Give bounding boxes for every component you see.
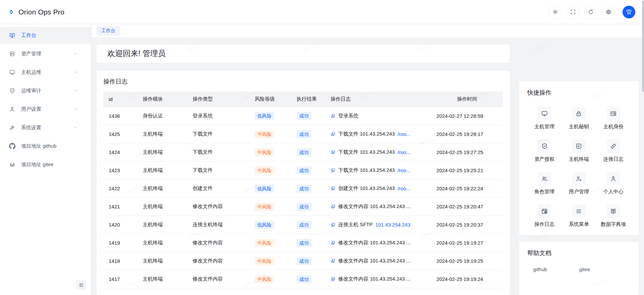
copy-icon[interactable] xyxy=(331,168,336,173)
table-row: 1417主机终端修改文件内容中风险成功修改文件内容 101.43.254.243… xyxy=(103,270,503,288)
help-docs-panel: 帮助文档 githubgitee xyxy=(519,242,639,295)
quick-action-host-terminal[interactable]: 主机终端 xyxy=(562,139,596,162)
scrollbar[interactable] xyxy=(642,0,644,295)
quick-action-connect-log[interactable]: 连接日志 xyxy=(596,139,631,162)
log-link[interactable]: /roo... xyxy=(397,167,410,173)
quick-action-operation-log[interactable]: 操作日志 xyxy=(527,204,562,228)
table-row: 1425主机终端下载文件中风险成功下载文件 101.43.254.243 /ro… xyxy=(103,125,503,143)
operation-log-table: id操作模块操作类型风险等级执行结果操作日志操作时间 1436身份认证登录系统低… xyxy=(103,92,503,289)
table-row: 1418主机终端修改文件内容中风险成功修改文件内容 101.43.254.243… xyxy=(103,252,503,270)
fullscreen-button[interactable] xyxy=(566,6,579,18)
quick-action-host-identity[interactable]: 主机身份 xyxy=(596,107,631,130)
breadcrumb-item[interactable]: 工作台 xyxy=(97,26,120,36)
quick-action-data-dict[interactable]: 数据字典项 xyxy=(596,204,631,228)
cell-id: 1423 xyxy=(109,167,120,173)
quick-actions-title: 快捷操作 xyxy=(527,89,631,97)
result-badge: 成功 xyxy=(297,203,311,211)
copy-icon[interactable] xyxy=(331,132,336,137)
cell-time: 2024-02-25 19:19:27 xyxy=(437,240,483,246)
risk-badge: 中风险 xyxy=(255,166,274,175)
table-row: 1424主机终端下载文件中风险成功下载文件 101.43.254.243 /ro… xyxy=(103,143,503,161)
header-actions xyxy=(549,6,617,18)
sidebar-item-gitee[interactable]: 项目地址 gitee xyxy=(0,156,91,173)
log-text: 连接主机 SFTP xyxy=(338,222,373,228)
log-text: 修改文件内容 101.43.254.243 ... xyxy=(338,258,410,264)
sidebar-item-host-ops[interactable]: 主机运维 xyxy=(0,64,91,81)
sidebar-item-workbench[interactable]: 工作台 xyxy=(0,27,91,44)
book-icon xyxy=(610,208,617,215)
breadcrumb: 工作台 xyxy=(91,24,644,38)
cell-time: 2024-02-25 19:20:37 xyxy=(437,222,483,228)
copy-icon[interactable] xyxy=(331,186,336,191)
log-link[interactable]: /roo... xyxy=(397,186,410,191)
help-link-github[interactable]: github xyxy=(533,266,547,272)
result-badge: 成功 xyxy=(297,112,311,120)
code-icon-box xyxy=(572,139,586,153)
result-badge: 成功 xyxy=(297,148,311,156)
operation-log-title: 操作日志 xyxy=(103,78,503,86)
user-plus-icon xyxy=(575,175,582,182)
quick-action-system-menu[interactable]: 系统菜单 xyxy=(562,204,596,228)
log-link[interactable]: /roo... xyxy=(397,149,410,155)
cell-id: 1421 xyxy=(109,204,120,209)
lock-icon-box xyxy=(572,107,586,120)
risk-badge: 低风险 xyxy=(255,112,274,120)
copy-icon[interactable] xyxy=(331,258,336,263)
quick-action-label: 用户管理 xyxy=(569,189,589,195)
sidebar-item-system-settings[interactable]: 系统设置 xyxy=(0,119,91,136)
help-link-gitee[interactable]: gitee xyxy=(579,266,590,272)
quick-action-host-manage[interactable]: 主机管理 xyxy=(527,107,562,130)
cell-type: 修改文件内容 xyxy=(193,276,223,282)
copy-icon[interactable] xyxy=(331,204,336,209)
column-header: 操作模块 xyxy=(137,92,187,107)
copy-icon[interactable] xyxy=(331,277,336,282)
copy-icon[interactable] xyxy=(331,240,336,245)
theme-button[interactable] xyxy=(549,6,561,18)
log-link[interactable]: /roo... xyxy=(397,131,410,137)
user-plus-icon-box xyxy=(572,172,586,185)
settings-button[interactable] xyxy=(602,6,615,18)
copy-icon[interactable] xyxy=(331,222,336,227)
copy-icon[interactable] xyxy=(331,150,336,155)
refresh-button[interactable] xyxy=(584,6,597,18)
quick-action-label: 系统菜单 xyxy=(569,221,589,228)
scrollbar-thumb[interactable] xyxy=(642,1,644,92)
sidebar-collapse-button[interactable] xyxy=(76,280,86,290)
quick-action-label: 主机管理 xyxy=(534,124,554,130)
copy-icon[interactable] xyxy=(331,113,336,118)
cell-time: 2024-02-25 19:19:25 xyxy=(437,258,483,264)
avatar[interactable]: 管 xyxy=(623,6,635,18)
user-icon-box xyxy=(607,172,620,185)
cell-id: 1436 xyxy=(109,113,120,119)
sidebar-item-user-settings[interactable]: 用户设置 xyxy=(0,101,91,117)
risk-badge: 中风险 xyxy=(255,130,274,138)
cell-id: 1418 xyxy=(109,258,120,264)
quick-action-user-manage[interactable]: 用户管理 xyxy=(562,172,596,195)
log-text: 下载文件 101.43.254.243 xyxy=(338,149,395,155)
welcome-card: 欢迎回来! 管理员 xyxy=(97,45,510,63)
cell-id: 1424 xyxy=(109,149,120,155)
log-text: 下载文件 101.43.254.243 xyxy=(338,167,395,174)
column-header: 执行结果 xyxy=(291,92,325,107)
server-icon xyxy=(9,51,15,57)
risk-badge: 低风险 xyxy=(255,185,274,193)
monitor-icon-box xyxy=(538,107,551,120)
quick-action-personal-center[interactable]: 个人中心 xyxy=(596,172,631,195)
quick-action-host-key[interactable]: 主机秘钥 xyxy=(562,107,596,130)
log-link[interactable]: 101.43.254.243 xyxy=(376,222,410,228)
cell-time: 2024-02-25 19:20:47 xyxy=(437,204,483,209)
quick-action-asset-auth[interactable]: 资产授权 xyxy=(527,139,562,162)
quick-action-role-manage[interactable]: 角色管理 xyxy=(527,172,562,195)
sidebar-item-github[interactable]: 项目地址 github xyxy=(0,138,91,154)
wrench-icon xyxy=(9,125,15,131)
cell-id: 1419 xyxy=(109,240,120,246)
menu-icon-box xyxy=(572,204,586,218)
cell-module: 身份认证 xyxy=(143,113,163,118)
menu-fold-icon xyxy=(79,283,84,288)
quick-action-label: 主机终端 xyxy=(569,156,589,162)
user-icon xyxy=(610,175,617,182)
sidebar-item-ops-audit[interactable]: 运维审计 xyxy=(0,82,91,99)
cell-module: 主机终端 xyxy=(143,149,163,155)
cell-type: 修改文件内容 xyxy=(193,203,223,209)
sidebar-item-assets[interactable]: 资产管理 xyxy=(0,45,91,62)
